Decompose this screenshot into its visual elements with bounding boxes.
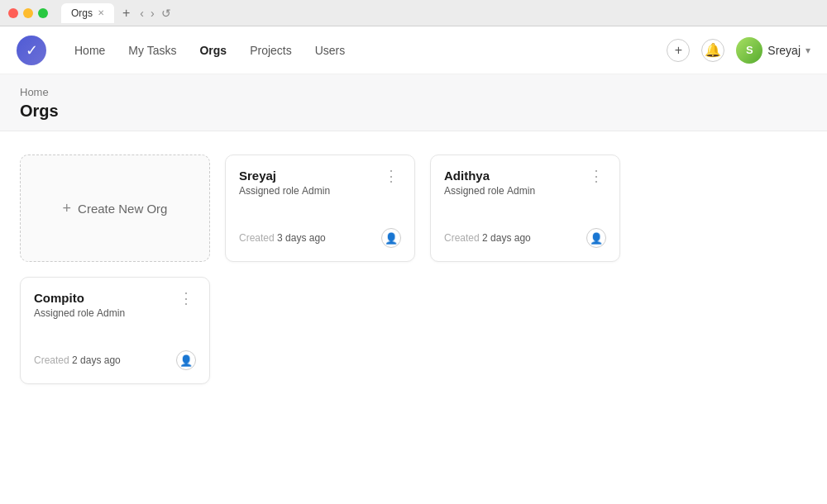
- notifications-button[interactable]: 🔔: [701, 39, 724, 62]
- browser-nav: ‹ › ↺: [140, 7, 170, 20]
- create-org-label: Create New Org: [78, 202, 167, 216]
- new-tab-button[interactable]: +: [122, 6, 130, 21]
- browser-chrome: Orgs ✕ + ‹ › ↺: [0, 0, 827, 26]
- app: ✓ Home My Tasks Orgs Projects Users + 🔔 …: [0, 26, 827, 504]
- org-role-compito: Assigned role Admin: [34, 307, 177, 319]
- nav-orgs[interactable]: Orgs: [191, 39, 235, 62]
- nav-projects[interactable]: Projects: [241, 39, 300, 62]
- org-created-compito: Created 2 days ago: [34, 354, 121, 366]
- main-content: + Create New Org Sreyaj Assigned role Ad…: [0, 131, 827, 504]
- top-navigation: ✓ Home My Tasks Orgs Projects Users + 🔔 …: [0, 26, 827, 74]
- org-role-sreyaj: Assigned role Admin: [239, 185, 382, 197]
- org-name-adithya: Adithya: [444, 169, 587, 183]
- logo: ✓: [17, 36, 46, 65]
- org-user-icon-compito[interactable]: 👤: [176, 350, 196, 370]
- org-grid: + Create New Org Sreyaj Assigned role Ad…: [20, 155, 807, 384]
- nav-home[interactable]: Home: [66, 39, 113, 62]
- nav-links: Home My Tasks Orgs Projects Users: [66, 39, 647, 62]
- org-role-adithya: Assigned role Admin: [444, 185, 587, 197]
- back-arrow[interactable]: ‹: [140, 7, 144, 20]
- org-created-sreyaj: Created 3 days ago: [239, 232, 326, 244]
- avatar: S: [736, 37, 762, 64]
- nav-users[interactable]: Users: [307, 39, 354, 62]
- tab-close-icon[interactable]: ✕: [98, 8, 104, 17]
- org-menu-adithya[interactable]: ⋮: [587, 169, 606, 183]
- add-button[interactable]: +: [667, 39, 690, 62]
- org-name-sreyaj: Sreyaj: [239, 169, 382, 183]
- traffic-light-yellow[interactable]: [23, 8, 33, 18]
- user-name: Sreyaj: [767, 44, 801, 57]
- org-card-sreyaj: Sreyaj Assigned role Admin ⋮ Created 3 d…: [225, 155, 415, 262]
- plus-icon: +: [63, 200, 72, 217]
- org-menu-compito[interactable]: ⋮: [177, 291, 196, 306]
- user-menu[interactable]: S Sreyaj ▾: [736, 37, 810, 64]
- org-menu-sreyaj[interactable]: ⋮: [382, 169, 401, 183]
- org-user-icon-adithya[interactable]: 👤: [586, 228, 606, 248]
- org-name-compito: Compito: [34, 291, 177, 305]
- traffic-light-green[interactable]: [38, 8, 48, 18]
- add-icon: +: [675, 43, 682, 58]
- reload-icon[interactable]: ↺: [161, 7, 171, 20]
- create-new-org-card[interactable]: + Create New Org: [20, 155, 210, 262]
- browser-tab[interactable]: Orgs ✕: [61, 3, 114, 23]
- page-header: Home Orgs: [0, 74, 827, 131]
- tab-label: Orgs: [71, 7, 93, 19]
- chevron-down-icon: ▾: [805, 45, 810, 56]
- org-created-adithya: Created 2 days ago: [444, 232, 531, 244]
- org-user-icon-sreyaj[interactable]: 👤: [381, 228, 401, 248]
- nav-my-tasks[interactable]: My Tasks: [120, 39, 184, 62]
- page-title: Orgs: [20, 102, 807, 121]
- breadcrumb: Home: [20, 86, 807, 98]
- logo-symbol: ✓: [26, 41, 38, 59]
- forward-arrow[interactable]: ›: [151, 7, 155, 20]
- nav-right: + 🔔 S Sreyaj ▾: [667, 37, 810, 64]
- org-card-compito: Compito Assigned role Admin ⋮ Created 2 …: [20, 277, 210, 384]
- org-card-adithya: Adithya Assigned role Admin ⋮ Created 2 …: [430, 155, 620, 262]
- bell-icon: 🔔: [705, 42, 721, 58]
- traffic-light-red[interactable]: [8, 8, 18, 18]
